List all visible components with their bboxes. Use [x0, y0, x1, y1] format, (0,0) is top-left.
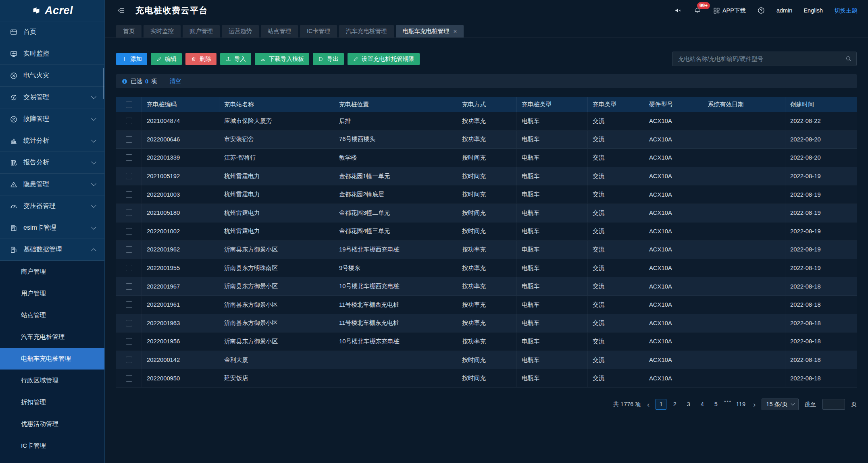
submenu-item-user-mgmt[interactable]: 用户管理: [0, 282, 104, 304]
table-cell: 电瓶车: [517, 296, 588, 314]
page-size-select[interactable]: 15 条/页: [762, 399, 798, 410]
row-checkbox[interactable]: [126, 210, 132, 216]
page-number-3[interactable]: 3: [683, 399, 694, 410]
search-icon[interactable]: [845, 55, 852, 62]
sidebar-item-statistics[interactable]: 统计分析: [0, 130, 104, 152]
menu-fold-icon[interactable]: [117, 6, 125, 15]
info-icon: [121, 78, 128, 85]
sidebar-item-home[interactable]: 首页: [0, 21, 104, 43]
jump-to-input[interactable]: [822, 399, 845, 410]
sidebar-item-hazard-mgmt[interactable]: 隐患管理: [0, 174, 104, 195]
sidebar-item-transformer-mgmt[interactable]: 变压器管理: [0, 195, 104, 217]
page-number-2[interactable]: 2: [669, 399, 680, 410]
edit-button[interactable]: 编辑: [151, 53, 182, 65]
tab-car-charger-mgmt[interactable]: 汽车充电桩管理: [339, 25, 394, 37]
qr-code-icon: [713, 7, 720, 15]
pagination-total: 共 1776 项: [613, 401, 641, 408]
table-cell: 2022001961: [142, 296, 219, 314]
table-cell: 19号楼北车棚西充电桩: [334, 241, 457, 259]
submenu-item-car-charger-mgmt[interactable]: 汽车充电桩管理: [0, 326, 104, 348]
page-number-5[interactable]: 5: [710, 399, 721, 410]
submenu-item-discount-mgmt[interactable]: 折扣管理: [0, 391, 104, 413]
sidebar-item-label: 隐患管理: [23, 180, 49, 189]
table-cell: ACX10A: [644, 222, 703, 241]
submenu-item-merchant-mgmt[interactable]: 商户管理: [0, 261, 104, 282]
tab-operation-trend[interactable]: 运营趋势: [222, 25, 259, 37]
prev-page-button[interactable]: ‹: [647, 401, 649, 408]
row-checkbox[interactable]: [126, 246, 132, 253]
sidebar-submenu: 商户管理用户管理站点管理汽车充电桩管理电瓶车充电桩管理行政区域管理折扣管理优惠活…: [0, 261, 104, 463]
row-checkbox[interactable]: [126, 136, 132, 143]
row-checkbox-cell: [116, 314, 142, 332]
submenu-item-station-mgmt[interactable]: 站点管理: [0, 304, 104, 326]
language-switch[interactable]: English: [803, 7, 823, 14]
tab-account-mgmt[interactable]: 账户管理: [183, 25, 220, 37]
row-checkbox[interactable]: [126, 357, 132, 363]
export-button[interactable]: 导出: [313, 53, 344, 65]
sidebar-scrollbar[interactable]: [103, 68, 104, 99]
chevron-down-icon: [91, 203, 96, 208]
table-row: 2022001002杭州雷霆电力金都花园4幢三单元按时间充电瓶车交流ACX10A…: [116, 222, 857, 241]
page-ellipsis[interactable]: •••: [724, 399, 732, 410]
main-area: 充电桩收费云平台 99+ APP下载 admin English 切换主题 首页…: [105, 0, 868, 463]
row-checkbox[interactable]: [126, 283, 132, 290]
help-icon[interactable]: [757, 6, 765, 15]
row-checkbox[interactable]: [126, 301, 132, 308]
sidebar-item-report-analysis[interactable]: 报告分析: [0, 152, 104, 174]
add-button[interactable]: 添加: [116, 53, 147, 65]
sidebar-item-fault-mgmt[interactable]: 故障管理: [0, 108, 104, 130]
download-template-button[interactable]: 下载导入模板: [255, 53, 309, 65]
sidebar-item-electrical-fire[interactable]: 电气火灾: [0, 65, 104, 87]
page-number-1[interactable]: 1: [656, 399, 666, 410]
selected-prefix: 已选: [131, 77, 142, 85]
tab-label: 账户管理: [189, 27, 213, 35]
row-checkbox[interactable]: [126, 265, 132, 271]
app-download-button[interactable]: APP下载: [713, 7, 746, 15]
table-cell: 2022-08-18: [785, 314, 856, 332]
row-checkbox[interactable]: [126, 154, 132, 161]
table-cell: ACX10A: [644, 369, 703, 387]
clear-selection-link[interactable]: 清空: [170, 77, 181, 85]
tab-ic-card-mgmt[interactable]: IC卡管理: [300, 25, 337, 37]
sidebar-item-realtime-monitor[interactable]: 实时监控: [0, 43, 104, 65]
set-hosting-period-button[interactable]: 设置充电桩托管期限: [348, 53, 420, 65]
row-checkbox-cell: [116, 167, 142, 185]
row-checkbox[interactable]: [126, 338, 132, 345]
sidebar-item-transaction-mgmt[interactable]: 交易管理: [0, 87, 104, 108]
submenu-item-promo-activity-mgmt[interactable]: 优惠活动管理: [0, 413, 104, 435]
tab-home[interactable]: 首页: [116, 25, 142, 37]
row-checkbox[interactable]: [126, 320, 132, 326]
row-checkbox[interactable]: [126, 228, 132, 235]
tab-ebike-charger-mgmt[interactable]: 电瓶车充电桩管理×: [396, 25, 464, 37]
row-checkbox-cell: [116, 277, 142, 295]
submenu-item-ic-card-mgmt[interactable]: IC卡管理: [0, 435, 104, 457]
tab-realtime-monitor[interactable]: 实时监控: [144, 25, 181, 37]
notifications-button[interactable]: 99+: [693, 6, 701, 15]
submenu-item-admin-region-mgmt[interactable]: 行政区域管理: [0, 370, 104, 391]
import-button[interactable]: 导入: [220, 53, 251, 65]
mute-icon[interactable]: [674, 6, 682, 15]
tab-station-mgmt[interactable]: 站点管理: [261, 25, 298, 37]
tab-close-icon[interactable]: ×: [454, 28, 457, 34]
transaction-icon: [10, 93, 18, 102]
tab-label: 首页: [123, 27, 135, 35]
notification-badge: 99+: [697, 2, 710, 9]
sidebar-item-base-data-mgmt[interactable]: 基础数据管理: [0, 239, 104, 261]
row-checkbox-cell: [116, 296, 142, 314]
page-number-119[interactable]: 119: [735, 399, 747, 410]
page-number-4[interactable]: 4: [697, 399, 708, 410]
sidebar-item-esim-card-mgmt[interactable]: esim卡管理: [0, 217, 104, 239]
row-checkbox[interactable]: [126, 191, 132, 198]
next-page-button[interactable]: ›: [753, 401, 756, 408]
theme-switch-link[interactable]: 切换主题: [834, 7, 858, 15]
selection-bar: 已选 0 项 清空: [116, 74, 857, 88]
search-input[interactable]: [672, 52, 857, 66]
submenu-item-ebike-charger-mgmt[interactable]: 电瓶车充电桩管理: [0, 348, 104, 370]
row-checkbox[interactable]: [126, 118, 132, 124]
row-checkbox[interactable]: [126, 173, 132, 179]
username[interactable]: admin: [776, 7, 793, 14]
row-checkbox[interactable]: [126, 375, 132, 382]
table-cell: ACX10A: [644, 241, 703, 259]
delete-button[interactable]: 删除: [185, 53, 216, 65]
select-all-checkbox[interactable]: [126, 102, 132, 108]
